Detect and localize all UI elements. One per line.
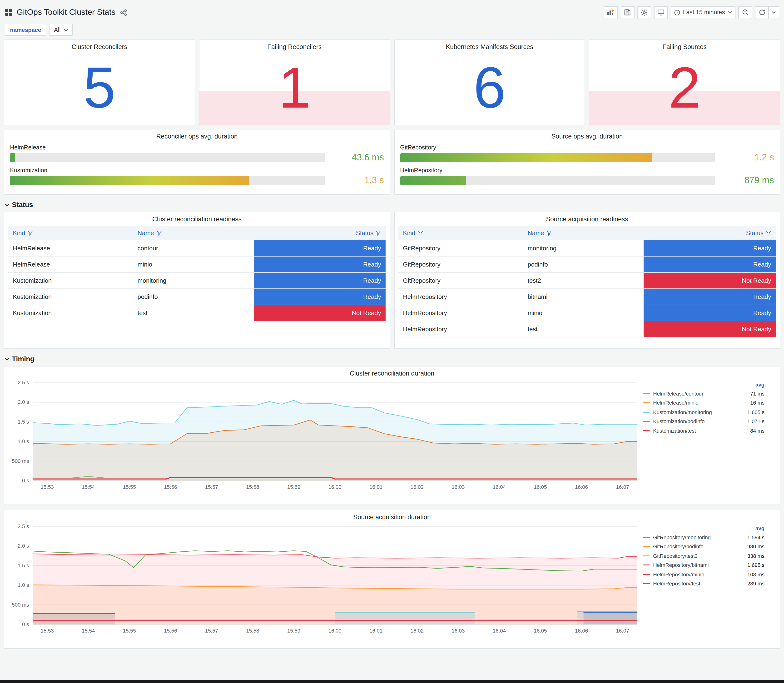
status-cell: Ready [644,289,776,305]
column-header-name[interactable]: Name [133,226,254,240]
filter-funnel-icon[interactable] [418,230,423,236]
series-color-dash [643,430,650,431]
filter-funnel-icon[interactable] [376,230,381,236]
svg-text:1.5 s: 1.5 s [18,563,29,569]
share-icon[interactable] [120,9,127,16]
dashboard: GitOps Toolkit Cluster Stats [0,0,784,683]
zoom-out-icon [742,9,749,16]
time-range-picker[interactable]: Last 15 minutes [671,6,736,19]
svg-text:15:59: 15:59 [287,628,300,634]
legend-item[interactable]: Kustomization/podinfo1.071 s [643,417,765,426]
name-cell: podinfo [133,289,254,305]
dashboard-settings-button[interactable] [637,6,651,19]
series-avg-value: 108 ms [747,572,765,577]
table-panel-0: Cluster reconciliation readiness KindNam… [4,212,390,349]
series-color-dash [643,546,650,547]
legend-item[interactable]: HelmRepository/test289 ms [643,579,765,588]
refresh-button[interactable] [755,6,769,19]
timeseries-plot[interactable]: 0 s500 ms1.0 s1.5 s2.0 s2.5 s15:5315:541… [6,522,642,636]
filter-funnel-icon[interactable] [27,230,33,236]
panel-title[interactable]: Failing Sources [590,40,780,50]
clock-icon [674,9,680,16]
svg-text:15:57: 15:57 [205,628,218,634]
panel-title[interactable]: Cluster reconciliation readiness [4,212,390,223]
legend-item[interactable]: GitRepository/podinfo980 ms [643,542,765,551]
panel-title[interactable]: Failing Reconcilers [199,40,390,50]
panel-title[interactable]: Source ops avg. duration [400,130,774,140]
stats-row: Cluster Reconcilers 5 Failing Reconciler… [4,40,780,125]
series-name: HelmRepository/minio [653,572,744,577]
gauge-track [400,153,715,162]
table-body: GitRepositorymonitoringReadyGitRepositor… [398,240,776,337]
series-color-dash [643,537,650,538]
series-name: GitRepository/test2 [653,553,744,559]
timeseries-plot[interactable]: 0 s500 ms1.0 s1.5 s2.0 s2.5 s15:5315:541… [6,378,642,492]
gauge-value: 43.6 ms [332,152,384,163]
name-cell: minio [133,257,254,272]
legend-item[interactable]: HelmRelease/contour71 ms [643,389,765,398]
namespace-filter-value[interactable]: All [49,24,73,36]
column-header-name[interactable]: Name [523,226,644,240]
panel-title[interactable]: Source acquisition readiness [394,212,780,223]
apps-grid-icon[interactable] [5,8,12,16]
legend-item[interactable]: HelmRepository/minio108 ms [643,570,765,579]
save-dashboard-button[interactable] [621,6,635,19]
column-header-status[interactable]: Status [254,226,386,240]
panel-title[interactable]: Source acquisition duration [6,510,778,521]
filter-funnel-icon[interactable] [766,230,771,236]
table-row: GitRepositorytest2Not Ready [398,273,776,289]
chevron-down-icon [772,11,776,14]
kind-cell: HelmRepository [398,289,523,305]
panel-title[interactable]: Reconciler ops avg. duration [10,130,384,140]
legend-item[interactable]: HelmRelease/minio16 ms [643,398,765,407]
section-status[interactable]: Status [4,199,780,212]
stat-panel-manifests-sources: Kubernetes Manifests Sources 6 [394,40,585,125]
panel-title[interactable]: Cluster reconciliation duration [6,367,778,377]
svg-text:15:55: 15:55 [123,628,136,634]
section-timing[interactable]: Timing [4,354,780,366]
table-header-row: KindNameStatus [8,226,386,240]
legend-item[interactable]: GitRepository/monitoring1.594 s [643,532,765,542]
panel-title[interactable]: Kubernetes Manifests Sources [394,40,585,50]
series-avg-value: 16 ms [750,400,765,406]
column-header-kind[interactable]: Kind [398,226,523,240]
panel-title[interactable]: Cluster Reconcilers [4,40,195,50]
legend-item[interactable]: HelmRepository/bitnami1.695 s [643,560,765,570]
filter-funnel-icon[interactable] [547,230,552,236]
table-row: GitRepositorypodinfoReady [398,257,776,273]
column-header-kind[interactable]: Kind [8,226,133,240]
svg-text:15:54: 15:54 [82,484,95,490]
kind-cell: HelmRepository [398,321,523,337]
series-color-dash [643,412,650,413]
svg-text:16:07: 16:07 [616,484,629,490]
legend-item[interactable]: GitRepository/test2338 ms [643,551,765,560]
status-cell: Ready [254,257,386,272]
gauge-bar [10,153,15,162]
chart-panel-0: Cluster reconciliation duration 0 s500 m… [4,366,780,505]
namespace-filter-label[interactable]: namespace [5,24,46,36]
kind-cell: Kustomization [8,273,133,289]
add-panel-button[interactable] [604,6,618,19]
bottom-strip [0,680,784,683]
legend-avg-header[interactable]: avg [643,382,765,388]
legend-item[interactable]: Kustomization/monitoring1.605 s [643,407,765,417]
legend-item[interactable]: Kustomization/test84 ms [643,426,765,435]
stat-value: 6 [394,50,585,125]
svg-text:1.0 s: 1.0 s [18,582,29,588]
chart-legend: avgHelmRelease/contour71 msHelmRelease/m… [642,378,769,492]
table-row: KustomizationpodinfoReady [8,289,386,305]
stat-panel-cluster-reconcilers: Cluster Reconcilers 5 [4,40,195,125]
zoom-out-button[interactable] [738,6,752,19]
refresh-interval-dropdown[interactable] [769,6,779,19]
legend-avg-header[interactable]: avg [643,526,765,531]
gauge-rows-0: HelmRelease43.6 msKustomization1.3 s [10,144,384,186]
series-name: HelmRelease/minio [653,400,746,406]
gauge-row: GitRepository1.2 s [400,144,774,163]
table-row: HelmReleaseminioReady [8,257,386,273]
series-name: Kustomization/monitoring [653,409,744,415]
filter-funnel-icon[interactable] [156,230,162,236]
column-header-status[interactable]: Status [644,226,776,240]
column-label: Name [527,229,544,237]
cycle-view-button[interactable] [654,6,668,19]
column-label: Kind [403,229,415,237]
